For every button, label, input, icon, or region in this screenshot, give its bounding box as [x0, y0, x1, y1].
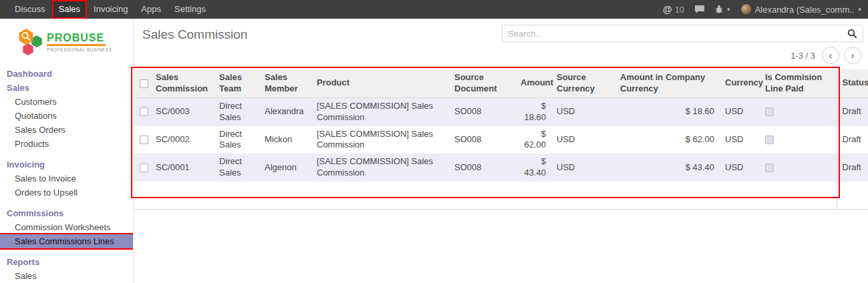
table-row[interactable]: SC/0003 Direct Sales Alexandra [SALES CO… [134, 97, 868, 125]
menu-sales[interactable]: Sales [52, 0, 88, 19]
cell-sales-team: Direct Sales [214, 126, 259, 154]
sidebar-item-dashboard[interactable]: Dashboard [0, 67, 133, 81]
top-menu: Discuss Sales Invoicing Apps Settings [0, 0, 212, 19]
debug-menu-button[interactable]: ▾ [715, 5, 730, 14]
col-header-sales-commission[interactable]: Sales Commission [150, 69, 214, 97]
cell-amount-company-currency: $ 62.00 [615, 126, 720, 154]
page-title: Sales Commission [142, 27, 247, 42]
is-paid-checkbox[interactable] [765, 107, 774, 116]
main-content: Sales Commission 1-3 / 3 ‹ › Sales Commi [134, 19, 868, 283]
cell-product: [SALES COMMISSION] Sales Commission [311, 97, 449, 125]
cell-amount: $ 43.40 [515, 154, 551, 182]
messages-button[interactable] [694, 5, 705, 14]
row-select-checkbox[interactable] [140, 107, 148, 116]
table-row[interactable]: SC/0001 Direct Sales Algenon [SALES COMM… [134, 154, 868, 182]
cell-source-document: SO008 [449, 97, 515, 125]
col-header-sales-member[interactable]: Sales Member [259, 69, 311, 97]
sidebar-item-reports-sales[interactable]: Sales [0, 269, 133, 283]
commission-table: Sales Commission Sales Team Sales Member… [134, 69, 868, 210]
cell-sales-team: Direct Sales [214, 154, 259, 182]
table-filler-row [134, 182, 868, 209]
brand-text: PROBUSE PROFESSIONAL BUSINESS [47, 32, 112, 53]
col-header-product[interactable]: Product [311, 69, 449, 97]
sidebar-section-reports[interactable]: Reports [0, 255, 133, 269]
cell-product: [SALES COMMISSION] Sales Commission [311, 126, 449, 154]
cell-status: Draft [837, 154, 868, 182]
sidebar-nav: Dashboard Sales Customers Quotations Sal… [0, 67, 133, 283]
brand-tagline: PROFESSIONAL BUSINESS [47, 47, 112, 52]
is-paid-checkbox[interactable] [765, 164, 774, 172]
col-header-source-document[interactable]: Source Document [449, 69, 515, 97]
cell-source-currency: USD [551, 126, 615, 154]
menu-settings[interactable]: Settings [168, 0, 212, 19]
search-bar [502, 25, 863, 42]
cell-currency: USD [720, 154, 760, 182]
cell-amount-company-currency: $ 18.60 [615, 97, 720, 125]
cell-sales-member: Alexandra [259, 97, 311, 125]
notifications-button[interactable]: @ 10 [663, 4, 684, 15]
pager: 1-3 / 3 ‹ › [790, 47, 861, 64]
sidebar-item-products[interactable]: Products [0, 137, 133, 151]
chat-bubble-icon [694, 5, 705, 14]
cell-product: [SALES COMMISSION] Sales Commission [311, 154, 449, 182]
sidebar-item-sales-orders[interactable]: Sales Orders [0, 123, 133, 137]
brand-logo: PROBUSE PROFESSIONAL BUSINESS [17, 28, 128, 56]
col-header-amount[interactable]: Amount [515, 69, 551, 97]
cell-sales-commission: SC/0003 [150, 97, 214, 125]
topbar-right: @ 10 ▾ Alexandra (Sales_comm.. ▾ [663, 0, 868, 19]
notification-count: 10 [675, 5, 684, 15]
user-menu[interactable]: Alexandra (Sales_comm.. ▾ [740, 3, 861, 15]
menu-discuss[interactable]: Discuss [8, 0, 52, 19]
cell-amount: $ 18.60 [515, 97, 551, 125]
sidebar-item-sales-to-invoice[interactable]: Sales to Invoice [0, 172, 133, 186]
is-paid-checkbox[interactable] [765, 135, 774, 144]
user-name-label: Alexandra (Sales_comm.. [755, 5, 855, 15]
bug-icon [715, 5, 723, 14]
cell-source-document: SO008 [449, 154, 515, 182]
row-select-checkbox[interactable] [140, 164, 148, 172]
table-row[interactable]: SC/0002 Direct Sales Mickon [SALES COMMI… [134, 126, 868, 154]
sidebar-item-customers[interactable]: Customers [0, 95, 133, 109]
col-header-status[interactable]: Status [837, 69, 868, 97]
pager-next-button[interactable]: › [844, 47, 861, 64]
sidebar-item-quotations[interactable]: Quotations [0, 109, 133, 123]
cell-sales-member: Mickon [259, 126, 311, 154]
pager-previous-button[interactable]: ‹ [822, 47, 839, 64]
sidebar-section-invoicing[interactable]: Invoicing [0, 158, 133, 172]
cell-source-document: SO008 [449, 126, 515, 154]
col-header-currency[interactable]: Currency [720, 69, 760, 97]
brand-name: PROBUSE [47, 32, 112, 44]
mention-icon: @ [663, 4, 672, 15]
cell-source-currency: USD [551, 154, 615, 182]
menu-invoicing[interactable]: Invoicing [87, 0, 134, 19]
brand-hexagons-icon [17, 28, 43, 56]
menu-apps[interactable]: Apps [134, 0, 168, 19]
cell-currency: USD [720, 126, 760, 154]
cell-sales-commission: SC/0001 [150, 154, 214, 182]
sidebar-section-commissions[interactable]: Commissions [0, 206, 133, 220]
cell-status: Draft [837, 97, 868, 125]
cell-source-currency: USD [551, 97, 615, 125]
search-input[interactable] [502, 25, 845, 41]
cell-sales-member: Algenon [259, 154, 311, 182]
col-header-amount-company-currency[interactable]: Amount in Company Currency [615, 69, 720, 97]
sidebar-item-commission-worksheets[interactable]: Commission Worksheets [0, 220, 133, 234]
cell-sales-commission: SC/0002 [150, 126, 214, 154]
pager-range: 1-3 / 3 [790, 51, 815, 61]
sidebar-item-sales-commissions-lines[interactable]: Sales Commissions Lines [0, 234, 133, 248]
cell-amount: $ 62.00 [515, 126, 551, 154]
cell-amount-company-currency: $ 43.40 [615, 154, 720, 182]
col-header-sales-team[interactable]: Sales Team [214, 69, 259, 97]
col-header-is-commission-line-paid[interactable]: Is Commision Line Paid [760, 69, 837, 97]
search-icon[interactable] [845, 29, 863, 39]
row-select-checkbox[interactable] [140, 135, 148, 144]
chevron-down-icon: ▾ [727, 6, 730, 13]
sidebar-item-orders-to-upsell[interactable]: Orders to Upsell [0, 186, 133, 200]
sidebar-section-sales[interactable]: Sales [0, 81, 133, 95]
col-header-source-currency[interactable]: Source Currency [551, 69, 615, 97]
select-all-checkbox[interactable] [140, 79, 148, 88]
top-navbar: Discuss Sales Invoicing Apps Settings @ … [0, 0, 868, 19]
sidebar: PROBUSE PROFESSIONAL BUSINESS Dashboard … [0, 19, 134, 283]
cell-sales-team: Direct Sales [214, 97, 259, 125]
cell-status: Draft [837, 126, 868, 154]
